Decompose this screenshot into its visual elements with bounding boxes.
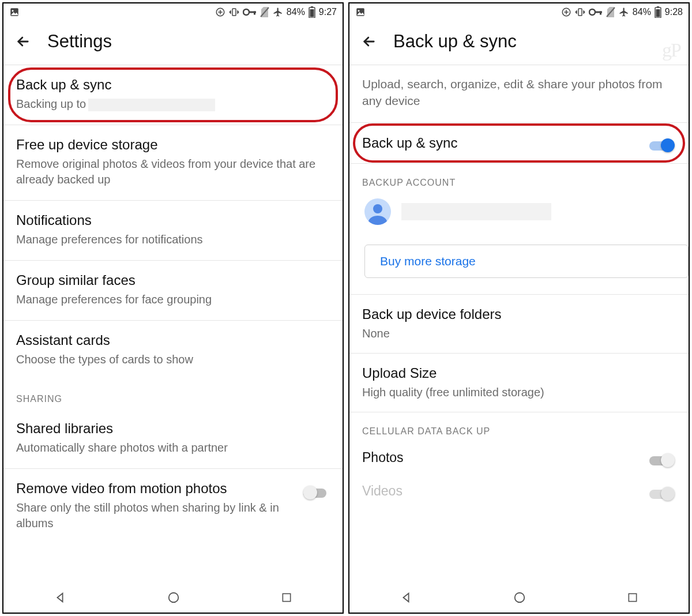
section-label-sharing: SHARING <box>3 380 343 409</box>
nav-recent-icon[interactable] <box>627 592 638 603</box>
battery-percent: 84% <box>633 7 651 17</box>
svg-rect-16 <box>578 9 582 16</box>
cellular-videos-toggle[interactable] <box>649 486 676 501</box>
svg-point-11 <box>169 593 179 603</box>
section-label-account: BACKUP ACCOUNT <box>349 164 689 193</box>
status-bar: 84% 9:28 <box>349 3 689 21</box>
svg-rect-19 <box>600 12 601 15</box>
item-subtitle: Automatically share photos with a partne… <box>16 440 330 456</box>
svg-rect-10 <box>310 9 314 17</box>
redacted-account <box>88 99 215 111</box>
data-saver-icon <box>561 7 571 17</box>
battery-percent: 84% <box>287 7 305 17</box>
back-button[interactable] <box>361 33 377 50</box>
photos-app-icon <box>355 7 366 17</box>
page-title: Settings <box>47 31 112 52</box>
settings-item-group-faces[interactable]: Group similar faces Manage preferences f… <box>3 261 343 321</box>
svg-point-14 <box>358 10 360 12</box>
back-button[interactable] <box>15 33 31 50</box>
backup-sync-toggle[interactable] <box>649 138 676 153</box>
backup-sync-toggle-row[interactable]: Back up & sync <box>349 122 689 164</box>
data-saver-icon <box>215 7 225 17</box>
backup-account-row[interactable] <box>349 193 689 239</box>
svg-rect-6 <box>254 12 255 15</box>
vpn-key-icon <box>243 8 257 16</box>
airplane-mode-icon <box>273 7 283 17</box>
item-title: Back up & sync <box>16 77 330 93</box>
item-subtitle: Manage preferences for face grouping <box>16 292 330 307</box>
row-subtitle: None <box>362 326 676 341</box>
screenshot-left: 84% 9:27 Settings Back up & sync Backing… <box>2 2 344 614</box>
nav-back-icon[interactable] <box>400 591 412 604</box>
nav-home-icon[interactable] <box>167 591 180 604</box>
clock-time: 9:27 <box>319 7 337 17</box>
row-title: Back up device folders <box>362 306 676 322</box>
android-nav-bar <box>3 583 343 613</box>
photos-app-icon <box>9 7 20 17</box>
no-sim-icon <box>606 7 615 17</box>
cellular-videos-row[interactable]: Videos <box>349 475 689 508</box>
nav-back-icon[interactable] <box>54 591 66 604</box>
settings-item-shared-libraries[interactable]: Shared libraries Automatically share pho… <box>3 409 343 469</box>
row-title: Upload Size <box>362 365 676 381</box>
account-avatar-icon <box>364 198 391 225</box>
row-subtitle: High quality (free unlimited storage) <box>362 385 676 400</box>
svg-point-4 <box>243 9 249 15</box>
item-title: Remove video from motion photos <box>16 480 294 497</box>
screenshot-right: gP 84% 9:28 Back up & sync Upload, searc… <box>348 2 690 614</box>
item-title: Group similar faces <box>16 272 330 288</box>
cellular-photos-row[interactable]: Photos <box>349 441 689 475</box>
no-sim-icon <box>260 7 269 17</box>
vibrate-icon <box>229 7 239 17</box>
airplane-mode-icon <box>619 7 629 17</box>
page-description: Upload, search, organize, edit & share y… <box>349 65 689 122</box>
item-subtitle: Share only the still photos when sharing… <box>16 500 294 531</box>
item-subtitle: Manage preferences for notifications <box>16 232 330 247</box>
vpn-key-icon <box>589 8 603 16</box>
row-title: Videos <box>362 483 403 499</box>
settings-item-free-storage[interactable]: Free up device storage Remove original p… <box>3 125 343 201</box>
item-title: Assistant cards <box>16 332 330 348</box>
nav-home-icon[interactable] <box>513 591 526 604</box>
page-title: Back up & sync <box>393 31 517 52</box>
svg-rect-23 <box>656 9 660 17</box>
settings-item-notifications[interactable]: Notifications Manage preferences for not… <box>3 201 343 261</box>
settings-item-motion-photos[interactable]: Remove video from motion photos Share on… <box>3 469 343 544</box>
status-bar: 84% 9:27 <box>3 3 343 21</box>
settings-item-backup-sync[interactable]: Back up & sync Backing up to <box>3 65 343 125</box>
row-title: Photos <box>362 450 404 465</box>
cellular-photos-toggle[interactable] <box>649 453 676 468</box>
svg-rect-12 <box>283 594 290 601</box>
motion-photos-toggle[interactable] <box>303 485 330 500</box>
item-subtitle: Remove original photos & videos from you… <box>16 156 330 187</box>
vibrate-icon <box>575 7 585 17</box>
item-title: Notifications <box>16 212 330 228</box>
clock-time: 9:28 <box>665 7 683 17</box>
android-nav-bar <box>349 583 689 613</box>
redacted-account-name <box>401 203 551 220</box>
item-subtitle: Backing up to <box>16 96 330 112</box>
svg-point-1 <box>12 10 14 12</box>
svg-rect-25 <box>629 594 636 601</box>
app-header: Settings <box>3 21 343 65</box>
upload-size-row[interactable]: Upload Size High quality (free unlimited… <box>349 353 689 412</box>
svg-rect-3 <box>232 9 236 16</box>
buy-more-storage-button[interactable]: Buy more storage <box>364 245 689 278</box>
item-title: Free up device storage <box>16 137 330 153</box>
battery-icon <box>309 6 315 18</box>
section-label-cellular: CELLULAR DATA BACK UP <box>349 412 689 441</box>
svg-point-17 <box>589 9 595 15</box>
settings-item-assistant-cards[interactable]: Assistant cards Choose the types of card… <box>3 321 343 380</box>
backup-folders-row[interactable]: Back up device folders None <box>349 294 689 353</box>
nav-recent-icon[interactable] <box>281 592 292 603</box>
item-title: Shared libraries <box>16 420 330 437</box>
annotation-highlight <box>8 67 338 122</box>
item-subtitle: Choose the types of cards to show <box>16 352 330 367</box>
svg-point-24 <box>515 593 525 603</box>
battery-icon <box>655 6 661 18</box>
app-header: Back up & sync <box>349 21 689 65</box>
toggle-label: Back up & sync <box>362 135 457 151</box>
